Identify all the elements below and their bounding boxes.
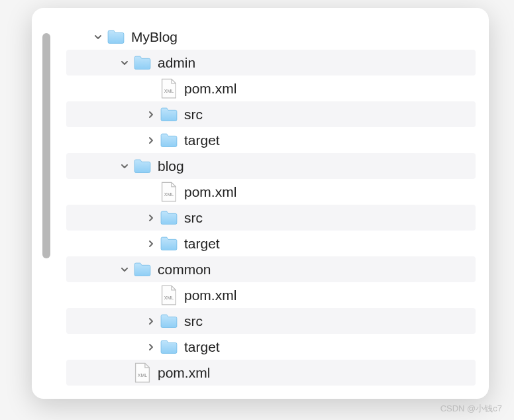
- tree-row-target[interactable]: target: [66, 231, 476, 256]
- svg-text:XML: XML: [164, 89, 174, 94]
- tree-item-label: pom.xml: [158, 365, 210, 381]
- tree-item-label: src: [184, 210, 203, 226]
- chevron-right-icon[interactable]: [146, 135, 156, 146]
- folder-icon: [160, 107, 178, 122]
- tree-item-label: common: [158, 262, 211, 278]
- tree-row-blog[interactable]: blog: [66, 153, 476, 179]
- chevron-down-icon[interactable]: [93, 32, 103, 42]
- chevron-right-icon[interactable]: [146, 342, 156, 352]
- tree-row-MyBlog[interactable]: MyBlog: [66, 24, 476, 50]
- chevron-right-icon[interactable]: [146, 109, 156, 120]
- tree-row-src[interactable]: src: [66, 101, 476, 127]
- chevron-right-icon[interactable]: [146, 213, 156, 223]
- folder-icon: [107, 30, 125, 44]
- folder-icon: [160, 133, 178, 148]
- svg-text:XML: XML: [164, 295, 174, 301]
- tree-row-pom-xml[interactable]: XMLpom.xml: [66, 76, 476, 101]
- file-explorer-window: MyBlogadminXMLpom.xmlsrctargetblogXMLpom…: [32, 8, 489, 399]
- folder-icon: [160, 211, 178, 225]
- tree-row-target[interactable]: target: [66, 127, 476, 153]
- chevron-right-icon[interactable]: [146, 238, 156, 249]
- tree-item-label: pom.xml: [184, 184, 236, 200]
- chevron-down-icon[interactable]: [119, 58, 130, 68]
- tree-row-src[interactable]: src: [66, 308, 476, 334]
- xml-file-icon: XML: [160, 185, 178, 199]
- tree-row-pom-xml[interactable]: XMLpom.xml: [66, 179, 476, 205]
- tree-item-label: target: [184, 132, 220, 148]
- svg-text:XML: XML: [164, 192, 174, 197]
- tree-row-common[interactable]: common: [66, 256, 476, 282]
- file-tree: MyBlogadminXMLpom.xmlsrctargetblogXMLpom…: [32, 8, 489, 392]
- tree-row-pom-xml[interactable]: XMLpom.xml: [66, 282, 476, 308]
- tree-row-pom-xml[interactable]: XMLpom.xml: [66, 360, 476, 386]
- xml-file-icon: XML: [134, 366, 151, 380]
- folder-icon: [134, 159, 151, 174]
- tree-item-label: src: [184, 107, 203, 123]
- folder-icon: [134, 262, 151, 277]
- tree-item-label: MyBlog: [131, 29, 178, 45]
- tree-item-label: pom.xml: [184, 81, 236, 97]
- tree-item-label: admin: [158, 55, 195, 71]
- chevron-right-icon[interactable]: [146, 316, 156, 327]
- chevron-down-icon[interactable]: [119, 264, 130, 275]
- tree-row-src[interactable]: src: [66, 205, 476, 231]
- tree-item-label: target: [184, 339, 220, 355]
- tree-row-target[interactable]: target: [66, 334, 476, 360]
- tree-row-admin[interactable]: admin: [66, 50, 476, 76]
- tree-item-label: blog: [158, 158, 184, 174]
- scrollbar-thumb[interactable]: [42, 33, 50, 258]
- tree-item-label: pom.xml: [184, 288, 236, 303]
- tree-item-label: src: [184, 313, 203, 329]
- folder-icon: [160, 340, 178, 354]
- watermark: CSDN @小钱c7: [440, 403, 502, 415]
- xml-file-icon: XML: [160, 288, 178, 303]
- folder-icon: [160, 314, 178, 329]
- folder-icon: [160, 236, 178, 251]
- folder-icon: [134, 56, 151, 70]
- tree-item-label: target: [184, 236, 220, 252]
- xml-file-icon: XML: [160, 81, 178, 96]
- svg-text:XML: XML: [138, 373, 148, 378]
- chevron-down-icon[interactable]: [119, 161, 130, 172]
